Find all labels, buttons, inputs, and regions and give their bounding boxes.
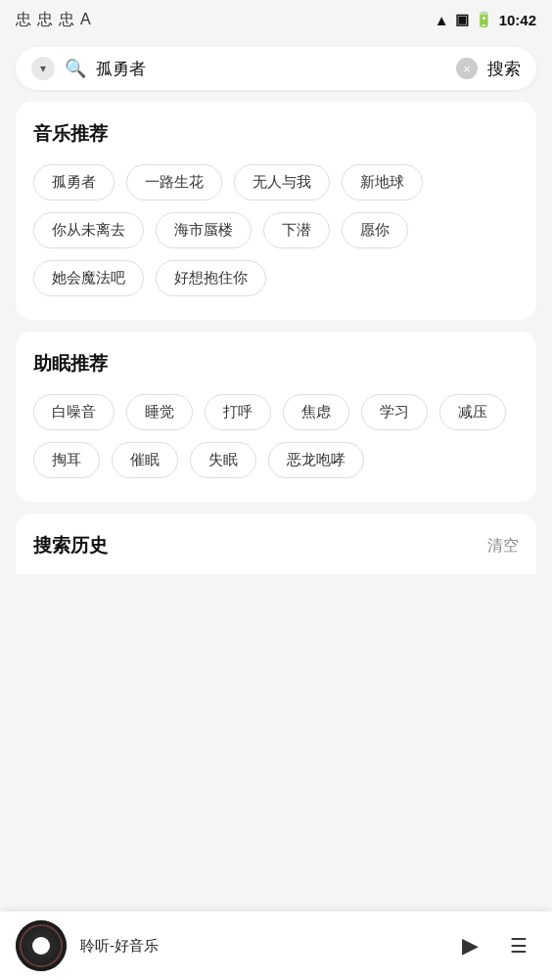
history-title: 搜索历史 (33, 533, 108, 558)
music-tag[interactable]: 她会魔法吧 (33, 260, 144, 296)
sleep-tag[interactable]: 减压 (439, 394, 506, 430)
search-dropdown-button[interactable] (31, 57, 55, 80)
music-tag[interactable]: 一路生花 (126, 164, 222, 200)
music-tag[interactable]: 新地球 (342, 164, 423, 200)
search-input[interactable]: 孤勇者 (96, 58, 446, 80)
music-section-title: 音乐推荐 (33, 121, 519, 147)
search-submit-button[interactable]: 搜索 (487, 58, 521, 80)
sleep-tag[interactable]: 恶龙咆哮 (268, 442, 364, 478)
status-bar: 忠 忠 忠 A ▲ ▣ 🔋 10:42 (0, 0, 552, 39)
music-tag[interactable]: 愿你 (342, 212, 408, 248)
sleep-tag[interactable]: 睡觉 (126, 394, 193, 430)
search-bar: 🔍 孤勇者 × 搜索 (16, 47, 536, 90)
sleep-tag[interactable]: 掏耳 (33, 442, 100, 478)
notify-icon-1: 忠 (16, 10, 31, 30)
time-display: 10:42 (499, 12, 536, 28)
history-section: 搜索历史 清空 (16, 513, 536, 574)
battery-icon: 🔋 (475, 11, 493, 28)
music-recommendation-section: 音乐推荐 孤勇者一路生花无人与我新地球你从未离去海市蜃楼下潜愿你她会魔法吧好想抱… (16, 102, 536, 320)
sleep-tag[interactable]: 打呼 (205, 394, 271, 430)
wifi-icon: ▲ (435, 12, 449, 28)
search-clear-button[interactable]: × (456, 58, 478, 79)
search-icon: 🔍 (65, 58, 86, 79)
sleep-recommendation-section: 助眠推荐 白噪音睡觉打呼焦虑学习减压掏耳催眠失眠恶龙咆哮 (16, 332, 536, 502)
player-playlist-button[interactable]: ☰ (501, 928, 536, 963)
music-tag[interactable]: 孤勇者 (33, 164, 115, 200)
music-tag[interactable]: 无人与我 (234, 164, 330, 200)
status-icons: 忠 忠 忠 A (16, 10, 91, 30)
sleep-tag[interactable]: 白噪音 (33, 394, 115, 430)
sleep-tag[interactable]: 失眠 (190, 442, 256, 478)
sleep-tag[interactable]: 学习 (361, 394, 428, 430)
notify-icon-4: A (80, 11, 91, 28)
signal-icon: ▣ (455, 11, 469, 28)
notify-icon-3: 忠 (59, 10, 74, 30)
player-play-button[interactable]: ▶ (452, 928, 487, 963)
bottom-player: 聆听-好音乐 ▶ ☰ (0, 912, 552, 980)
music-tag[interactable]: 你从未离去 (33, 212, 144, 248)
sleep-tag[interactable]: 焦虑 (283, 394, 349, 430)
status-right: ▲ ▣ 🔋 10:42 (435, 11, 536, 28)
player-track-name: 聆听-好音乐 (80, 937, 438, 956)
vinyl-decoration (20, 924, 63, 967)
sleep-section-title: 助眠推荐 (33, 351, 519, 377)
sleep-tag[interactable]: 催眠 (112, 442, 178, 478)
sleep-tags-grid: 白噪音睡觉打呼焦虑学习减压掏耳催眠失眠恶龙咆哮 (33, 394, 519, 478)
history-clear-button[interactable]: 清空 (487, 536, 519, 557)
music-tags-grid: 孤勇者一路生花无人与我新地球你从未离去海市蜃楼下潜愿你她会魔法吧好想抱住你 (33, 164, 519, 296)
music-tag[interactable]: 好想抱住你 (156, 260, 266, 296)
music-tag[interactable]: 海市蜃楼 (156, 212, 252, 248)
album-art (16, 920, 67, 971)
notify-icon-2: 忠 (37, 10, 53, 30)
music-tag[interactable]: 下潜 (263, 212, 330, 248)
